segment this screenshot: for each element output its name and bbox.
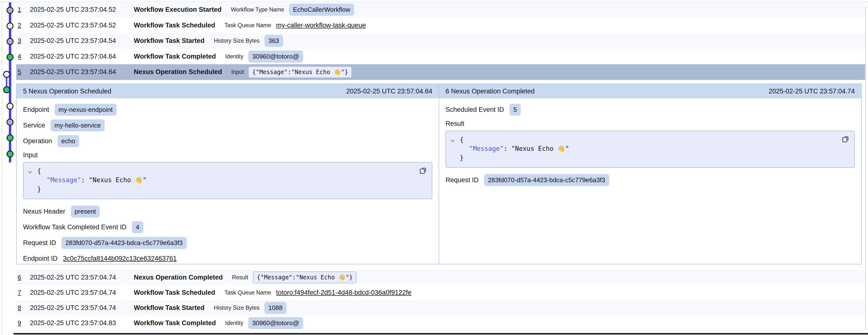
event-id-link[interactable]: 9 — [18, 319, 30, 327]
event-row-8[interactable]: 82025-02-25 UTC 23:57:04.74Workflow Task… — [16, 300, 865, 315]
event-id-link[interactable]: 7 — [18, 289, 30, 297]
panel-timestamp: 2025-02-25 UTC 23:57:04.64 — [346, 88, 432, 95]
section-divider — [13, 333, 868, 335]
event-detail: Task Queue Nametotoro:f494fecf-2d51-4d48… — [224, 289, 411, 297]
panel-field-label: Input — [23, 149, 432, 161]
next-row-edge — [16, 331, 865, 333]
panel-field-badge: present — [71, 205, 100, 218]
event-name: Workflow Task Scheduled — [134, 289, 215, 297]
event-row-7[interactable]: 72025-02-25 UTC 23:57:04.74Workflow Task… — [16, 285, 865, 300]
timeline-dot-3-gray[interactable] — [7, 38, 13, 45]
event-detail-badge: EchoCallerWorkflow — [289, 4, 354, 16]
copy-icon[interactable] — [841, 135, 850, 146]
panel-body: Scheduled Event ID5Result{"Message": "Ne… — [439, 99, 861, 188]
timeline-dot-6-green[interactable] — [4, 87, 10, 93]
panel-title: 6 Nexus Operation Completed — [445, 88, 534, 95]
timeline-dot-2-white[interactable] — [7, 23, 13, 29]
event-timestamp: 2025-02-25 UTC 23:57:04.64 — [30, 68, 134, 76]
event-timestamp: 2025-02-25 UTC 23:57:04.52 — [30, 22, 134, 29]
event-detail-label: Input — [231, 69, 244, 75]
code-line-content: "Message": "Nexus Echo 👋" — [37, 175, 427, 185]
panel-field-label: Request ID — [23, 239, 56, 247]
panel-field-scheduled-event-id: Scheduled Event ID5 — [445, 102, 855, 117]
event-detail: Input{"Message":"Nexus Echo 👋"} — [231, 67, 351, 78]
event-detail-label: Result — [232, 274, 248, 281]
timeline-dot-5-white[interactable] — [4, 72, 10, 78]
collapse-chevron-icon[interactable] — [450, 137, 455, 146]
event-timestamp: 2025-02-25 UTC 23:57:04.74 — [30, 274, 134, 281]
task-queue-link[interactable]: my-caller-workflow-task-queue — [276, 22, 366, 29]
json-value: : "Nexus Echo 👋" — [504, 145, 569, 152]
event-timestamp: 2025-02-25 UTC 23:57:04.74 — [30, 289, 134, 297]
panel-field-link[interactable]: 3c0c75ccfa8144b092c13ce632463761 — [63, 255, 177, 262]
event-detail-label: History Size Bytes — [214, 37, 260, 44]
event-detail-label: Workflow Type Name — [231, 6, 284, 13]
event-timestamp: 2025-02-25 UTC 23:57:04.74 — [30, 304, 134, 312]
panel-field-operation: Operationecho — [23, 133, 432, 149]
panel-field-request-id: Request ID283fd070-d57a-4423-bdca-c5c779… — [445, 172, 855, 188]
event-name: Workflow Task Started — [134, 304, 205, 312]
scrollbar[interactable] — [865, 7, 868, 330]
event-id-link[interactable]: 8 — [18, 304, 30, 312]
event-detail-label: Task Queue Name — [224, 289, 271, 296]
panel-field-label: Endpoint ID — [23, 255, 58, 262]
event-history-table-bottom: 62025-02-25 UTC 23:57:04.74Nexus Operati… — [16, 270, 865, 331]
panel-field-service: Servicemy-hello-service — [23, 117, 432, 133]
panel-field-endpoint: Endpointmy-nexus-endpoint — [23, 102, 432, 117]
panel-field-label: Endpoint — [23, 106, 49, 114]
timeline-dot-4-green[interactable] — [7, 54, 13, 60]
event-detail: Result{"Message":"Nexus Echo 👋"} — [232, 272, 356, 283]
event-id-link[interactable]: 2 — [18, 22, 30, 29]
event-detail: Task Queue Namemy-caller-workflow-task-q… — [224, 22, 366, 29]
code-line-open: { — [37, 167, 427, 175]
collapse-chevron-icon[interactable] — [27, 168, 33, 177]
event-name: Nexus Operation Completed — [134, 274, 223, 281]
panel-field-badge: my-hello-service — [51, 119, 105, 132]
event-timestamp: 2025-02-25 UTC 23:57:04.52 — [30, 6, 134, 13]
payload-code-block: {"Message": "Nexus Echo 👋"} — [445, 131, 855, 168]
event-detail: Identity30960@totoro@ — [225, 317, 303, 329]
event-row-6[interactable]: 62025-02-25 UTC 23:57:04.74Nexus Operati… — [16, 270, 865, 285]
panel-field-label: Workflow Task Completed Event ID — [23, 223, 126, 231]
panel-field-badge: 4 — [132, 221, 143, 233]
code-line-open: { — [460, 135, 849, 144]
event-id-link[interactable]: 5 — [18, 68, 30, 76]
task-queue-link[interactable]: totoro:f494fecf-2d51-4d48-bdcd-036a0f912… — [276, 289, 411, 297]
event-id-link[interactable]: 4 — [18, 53, 30, 60]
json-value: : "Nexus Echo 👋" — [81, 176, 147, 184]
event-name: Workflow Task Scheduled — [134, 22, 215, 29]
panel-field-endpoint-id: Endpoint ID3c0c75ccfa8144b092c13ce632463… — [23, 251, 432, 266]
event-detail: Workflow Type NameEchoCallerWorkflow — [231, 4, 354, 16]
event-detail-badge: 30960@totoro@ — [248, 51, 303, 62]
panel-field-badge: 5 — [509, 104, 521, 116]
event-row-3[interactable]: 32025-02-25 UTC 23:57:04.54Workflow Task… — [16, 33, 865, 49]
event-row-1[interactable]: 12025-02-25 UTC 23:57:04.52Workflow Exec… — [16, 2, 865, 18]
event-detail: History Size Bytes363 — [214, 35, 283, 47]
panel-timestamp: 2025-02-25 UTC 23:57:04.74 — [769, 88, 855, 95]
panel-field-badge: echo — [58, 135, 79, 147]
timeline-dot-8-gray[interactable] — [7, 119, 13, 125]
event-id-link[interactable]: 3 — [18, 37, 30, 45]
event-detail: Identity30960@totoro@ — [225, 51, 303, 62]
timeline-dot-10-green[interactable] — [7, 151, 13, 157]
nexus-operation-scheduled-panel: 5 Nexus Operation Scheduled2025-02-25 UT… — [17, 84, 439, 264]
panel-field-badge: 283fd070-d57a-4423-bdca-c5c779e6a3f3 — [62, 237, 187, 249]
event-row-2[interactable]: 22025-02-25 UTC 23:57:04.52Workflow Task… — [16, 18, 865, 33]
event-id-link[interactable]: 1 — [18, 6, 30, 13]
panel-field-nexus-header: Nexus Headerpresent — [23, 203, 432, 219]
timeline-dot-1-gray[interactable] — [7, 7, 13, 13]
timeline-dot-9-green[interactable] — [7, 135, 13, 141]
panel-field-label: Scheduled Event ID — [445, 106, 504, 114]
timeline-dot-7-white[interactable] — [7, 103, 13, 109]
event-detail-label: Identity — [225, 53, 243, 60]
event-detail-badge: 363 — [265, 35, 283, 47]
panel-field-label: Nexus Header — [23, 208, 65, 215]
copy-icon[interactable] — [418, 166, 427, 177]
event-row-9[interactable]: 92025-02-25 UTC 23:57:04.83Workflow Task… — [16, 315, 865, 331]
event-detail-label: Identity — [225, 320, 243, 327]
event-detail-panels: 5 Nexus Operation Scheduled2025-02-25 UT… — [16, 84, 862, 264]
event-row-4[interactable]: 42025-02-25 UTC 23:57:04.64Workflow Task… — [16, 49, 865, 64]
event-history-table-top: 12025-02-25 UTC 23:57:04.52Workflow Exec… — [16, 2, 865, 80]
event-row-5[interactable]: 52025-02-25 UTC 23:57:04.64Nexus Operati… — [16, 64, 865, 80]
event-id-link[interactable]: 6 — [18, 274, 30, 281]
